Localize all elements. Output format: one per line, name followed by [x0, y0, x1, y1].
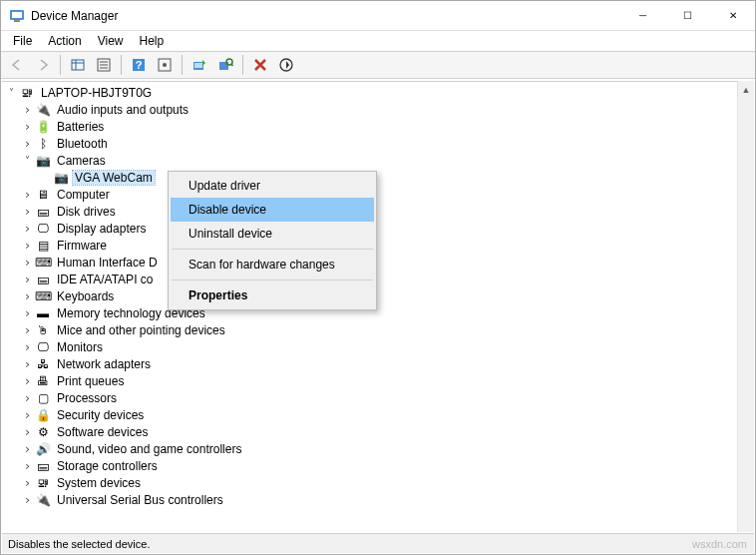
expand-toggle[interactable] — [20, 272, 35, 286]
category-14[interactable]: 🖧Network adapters — [2, 355, 754, 372]
category-22[interactable]: 🔌Universal Serial Bus controllers — [2, 491, 754, 508]
category-8[interactable]: ⌨Human Interface D — [2, 254, 754, 271]
category-16[interactable]: ▢Processors — [2, 389, 754, 406]
category-3[interactable]: 📷Cameras — [2, 152, 754, 169]
expand-toggle[interactable] — [20, 102, 35, 117]
category-7[interactable]: ▤Firmware — [2, 237, 754, 254]
menu-help[interactable]: Help — [132, 32, 173, 50]
context-menu-item-2[interactable]: Uninstall device — [171, 222, 374, 246]
help-button[interactable]: ? — [127, 54, 151, 76]
context-menu-item-1[interactable]: Disable device — [171, 198, 374, 222]
expand-toggle[interactable] — [20, 407, 35, 422]
category-17[interactable]: 🔒Security devices — [2, 406, 754, 423]
expand-toggle[interactable] — [20, 305, 35, 320]
titlebar[interactable]: Device Manager ─ ☐ ✕ — [1, 1, 755, 31]
category-10[interactable]: ⌨Keyboards — [2, 287, 754, 304]
maximize-button[interactable]: ☐ — [665, 1, 710, 30]
expand-toggle[interactable] — [20, 441, 35, 456]
show-hidden-button[interactable] — [66, 54, 90, 76]
expand-toggle[interactable] — [20, 288, 35, 303]
context-menu-separator — [172, 279, 373, 280]
expand-toggle[interactable] — [20, 204, 35, 219]
scan-hardware-button[interactable] — [213, 54, 237, 76]
category-11[interactable]: ▬Memory technology devices — [2, 304, 754, 321]
category-12[interactable]: 🖱Mice and other pointing devices — [2, 321, 754, 338]
expand-toggle[interactable] — [20, 155, 35, 166]
category-0[interactable]: 🔌Audio inputs and outputs — [2, 101, 754, 118]
menu-file[interactable]: File — [5, 32, 40, 50]
expand-toggle[interactable] — [20, 238, 35, 253]
category-21-label: System devices — [55, 476, 143, 490]
expand-toggle[interactable] — [4, 87, 19, 98]
category-14-icon: 🖧 — [35, 356, 51, 372]
properties-button[interactable] — [92, 54, 116, 76]
category-9[interactable]: 🖴IDE ATA/ATAPI co — [2, 271, 754, 287]
category-0-label: Audio inputs and outputs — [55, 103, 190, 117]
context-menu-separator — [172, 249, 373, 250]
context-menu-item-6[interactable]: Properties — [171, 283, 374, 307]
category-20-label: Storage controllers — [55, 459, 160, 473]
category-16-icon: ▢ — [35, 390, 51, 406]
expand-toggle[interactable] — [20, 390, 35, 405]
category-15-label: Print queues — [55, 374, 126, 388]
category-8-label: Human Interface D — [55, 256, 160, 270]
root-computer[interactable]: 🖳LAPTOP-HBJT9T0G — [2, 84, 754, 101]
expand-toggle[interactable] — [20, 187, 35, 202]
category-18-icon: ⚙ — [35, 424, 51, 440]
expand-toggle[interactable] — [20, 322, 35, 337]
device-3-0[interactable]: 📷VGA WebCam — [2, 169, 754, 186]
expand-toggle[interactable] — [20, 475, 35, 490]
vertical-scrollbar[interactable]: ▲ — [737, 81, 754, 532]
menu-view[interactable]: View — [90, 32, 132, 50]
category-5[interactable]: 🖴Disk drives — [2, 203, 754, 220]
menu-action[interactable]: Action — [40, 32, 89, 50]
app-icon — [9, 8, 25, 24]
category-12-icon: 🖱 — [35, 322, 51, 338]
category-20[interactable]: 🖴Storage controllers — [2, 457, 754, 474]
category-4[interactable]: 🖥Computer — [2, 186, 754, 203]
context-menu-item-0[interactable]: Update driver — [171, 174, 374, 198]
device-3-0-icon: 📷 — [53, 170, 69, 186]
minimize-button[interactable]: ─ — [620, 1, 665, 30]
expand-toggle[interactable] — [20, 356, 35, 371]
category-1[interactable]: 🔋Batteries — [2, 118, 754, 135]
category-13[interactable]: 🖵Monitors — [2, 338, 754, 355]
forward-button[interactable] — [31, 54, 55, 76]
menubar: File Action View Help — [1, 31, 755, 51]
expand-toggle[interactable] — [20, 221, 35, 236]
svg-rect-1 — [12, 12, 22, 18]
update-driver-button[interactable] — [188, 54, 211, 76]
expand-toggle[interactable] — [20, 458, 35, 473]
device-3-0-label: VGA WebCam — [73, 171, 155, 185]
category-21[interactable]: 🖳System devices — [2, 474, 754, 491]
expand-toggle[interactable] — [20, 136, 35, 151]
context-menu[interactable]: Update driverDisable deviceUninstall dev… — [168, 171, 377, 310]
category-18[interactable]: ⚙Software devices — [2, 423, 754, 440]
category-2[interactable]: ᛒBluetooth — [2, 135, 754, 152]
category-12-label: Mice and other pointing devices — [55, 323, 227, 337]
expand-toggle[interactable] — [20, 255, 35, 270]
context-menu-item-4[interactable]: Scan for hardware changes — [171, 253, 374, 277]
expand-toggle[interactable] — [20, 492, 35, 507]
watermark: wsxdn.com — [692, 538, 747, 550]
category-15[interactable]: 🖶Print queues — [2, 372, 754, 389]
back-button[interactable] — [5, 54, 29, 76]
svg-rect-2 — [14, 20, 20, 22]
category-19[interactable]: 🔊Sound, video and game controllers — [2, 440, 754, 457]
expand-toggle[interactable] — [20, 339, 35, 354]
category-6[interactable]: 🖵Display adapters — [2, 220, 754, 237]
window-title: Device Manager — [31, 9, 620, 23]
category-13-icon: 🖵 — [35, 339, 51, 355]
disable-button[interactable] — [274, 54, 298, 76]
close-button[interactable]: ✕ — [710, 1, 755, 30]
category-19-icon: 🔊 — [35, 441, 51, 457]
expand-toggle[interactable] — [20, 119, 35, 134]
category-13-label: Monitors — [55, 340, 105, 354]
expand-toggle[interactable] — [20, 424, 35, 439]
uninstall-button[interactable] — [248, 54, 272, 76]
status-text: Disables the selected device. — [8, 538, 150, 550]
device-tree[interactable]: 🖳LAPTOP-HBJT9T0G🔌Audio inputs and output… — [2, 81, 754, 532]
expand-toggle[interactable] — [20, 373, 35, 388]
category-10-icon: ⌨ — [35, 288, 51, 304]
action-button[interactable] — [153, 54, 177, 76]
